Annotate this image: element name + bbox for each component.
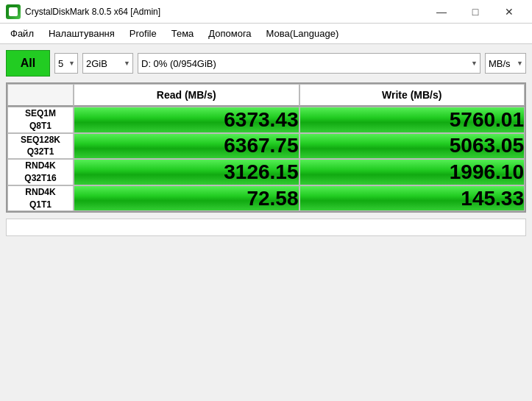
- menu-item-help[interactable]: Допомога: [201, 24, 258, 43]
- size-select-wrapper: 512MiB 1GiB 2GiB 4GiB 8GiB 16GiB 32GiB 6…: [82, 53, 133, 74]
- drive-select-wrapper: D: 0% (0/954GiB): [138, 53, 480, 74]
- menu-item-file[interactable]: Файл: [3, 24, 41, 43]
- window-title: CrystalDiskMark 8.0.5 x64 [Admin]: [25, 7, 425, 17]
- row-label: SEQ128KQ32T1: [7, 133, 74, 160]
- all-button[interactable]: All: [6, 50, 50, 77]
- row-read-value: 6367.75: [74, 133, 299, 160]
- menu-item-theme[interactable]: Тема: [164, 24, 202, 43]
- results-table: Read (MB/s) Write (MB/s) SEQ1MQ8T16373.4…: [6, 82, 526, 213]
- main-content: All 1 3 5 9 512MiB 1GiB 2GiB 4GiB 8GiB 1…: [0, 44, 532, 242]
- row-write-value: 5760.01: [299, 107, 525, 133]
- table-row: RND4KQ1T172.58145.33: [7, 185, 525, 212]
- table-row: SEQ128KQ32T16367.755063.05: [7, 133, 525, 160]
- maximize-button[interactable]: □: [458, 0, 492, 24]
- status-bar: [6, 219, 526, 236]
- row-read-value: 3126.15: [74, 159, 299, 185]
- row-read-value: 6373.43: [74, 107, 299, 133]
- minimize-button[interactable]: —: [425, 0, 458, 24]
- row-read-value: 72.58: [74, 185, 299, 212]
- row-write-value: 5063.05: [299, 133, 525, 160]
- row-write-value: 145.33: [299, 185, 525, 212]
- count-select-wrapper: 1 3 5 9: [54, 53, 78, 74]
- table-row: RND4KQ32T163126.151996.10: [7, 159, 525, 185]
- table-header-row: Read (MB/s) Write (MB/s): [7, 84, 525, 107]
- menu-item-settings[interactable]: Налаштування: [41, 24, 122, 43]
- row-label: RND4KQ1T1: [7, 185, 74, 212]
- size-select[interactable]: 512MiB 1GiB 2GiB 4GiB 8GiB 16GiB 32GiB 6…: [82, 53, 133, 74]
- row-label: SEQ1MQ8T1: [7, 107, 74, 133]
- col-header-write: Write (MB/s): [299, 84, 525, 107]
- row-label: RND4KQ32T16: [7, 159, 74, 185]
- unit-select[interactable]: MB/s GB/s IOPS μs: [485, 53, 526, 74]
- app-icon: [6, 4, 21, 19]
- drive-select[interactable]: D: 0% (0/954GiB): [138, 53, 480, 74]
- table-row: SEQ1MQ8T16373.435760.01: [7, 107, 525, 133]
- controls-row: All 1 3 5 9 512MiB 1GiB 2GiB 4GiB 8GiB 1…: [6, 50, 526, 77]
- col-header-read: Read (MB/s): [74, 84, 299, 107]
- window-controls: — □ ✕: [425, 0, 526, 24]
- menu-item-language[interactable]: Мова(Language): [259, 24, 347, 43]
- count-select[interactable]: 1 3 5 9: [54, 53, 78, 74]
- menu-item-profile[interactable]: Profile: [122, 24, 164, 43]
- row-write-value: 1996.10: [299, 159, 525, 185]
- close-button[interactable]: ✕: [492, 0, 526, 24]
- col-header-label: [7, 84, 74, 107]
- title-bar: CrystalDiskMark 8.0.5 x64 [Admin] — □ ✕: [0, 0, 532, 24]
- menu-bar: Файл Налаштування Profile Тема Допомога …: [0, 24, 532, 44]
- table-body: SEQ1MQ8T16373.435760.01SEQ128KQ32T16367.…: [7, 107, 525, 211]
- unit-select-wrapper: MB/s GB/s IOPS μs: [485, 53, 526, 74]
